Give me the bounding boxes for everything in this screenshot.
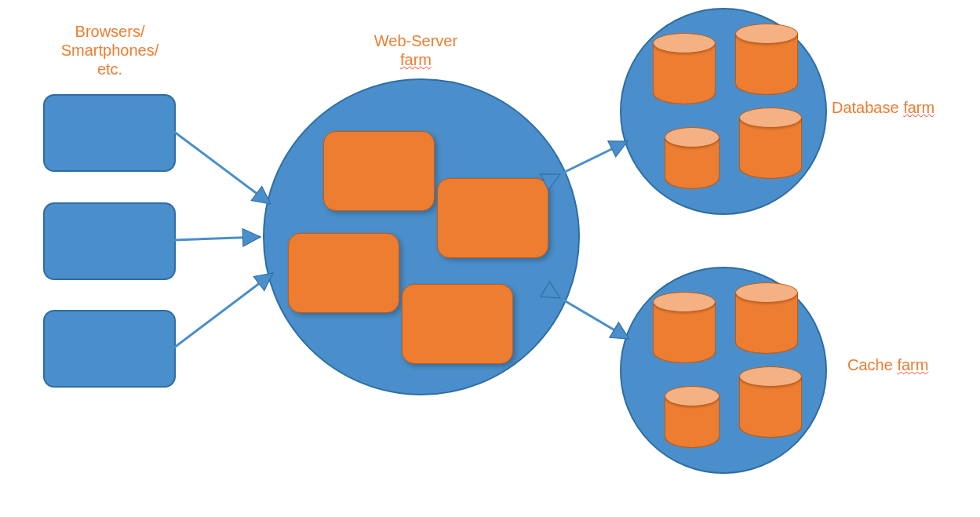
server-node [323, 131, 435, 211]
database-label-word: farm [903, 99, 934, 116]
webserver-label-line1: Web-Server [374, 32, 457, 49]
cache-cylinder [739, 366, 802, 437]
database-cylinder [735, 24, 798, 94]
database-cylinder [739, 107, 802, 178]
clients-label-line3: etc. [97, 60, 122, 78]
clients-label: Browsers/ Smartphones/ etc. [47, 22, 173, 78]
webserver-label: Web-Server farm [353, 31, 479, 69]
cache-cylinder [665, 386, 720, 447]
client-box [43, 310, 176, 388]
database-cylinder [665, 127, 720, 188]
database-label-prefix: Database [832, 99, 903, 116]
webserver-label-line2: farm [400, 51, 432, 68]
arrow-client-to-web [174, 273, 273, 348]
cache-label-word: farm [897, 356, 928, 373]
database-label: Database farm [832, 98, 965, 117]
database-farm-circle [620, 8, 827, 215]
webserver-farm-circle [263, 78, 580, 395]
arrow-client-to-web [174, 237, 260, 240]
server-node [437, 178, 548, 258]
server-node [288, 233, 399, 313]
database-cylinder [653, 33, 716, 104]
clients-label-line2: Smartphones/ [61, 42, 159, 59]
clients-label-line1: Browsers/ [75, 23, 145, 40]
cache-label-prefix: Cache [847, 356, 897, 373]
arrow-web-cache [560, 298, 629, 339]
arrow-client-to-web [174, 132, 271, 204]
client-box [43, 94, 176, 172]
cache-label: Cache farm [847, 355, 965, 374]
client-box [43, 202, 176, 280]
cache-cylinder [735, 282, 798, 353]
arrow-web-db [560, 141, 628, 174]
cache-farm-circle [620, 267, 827, 474]
server-node [402, 284, 513, 364]
cache-cylinder [653, 292, 716, 362]
